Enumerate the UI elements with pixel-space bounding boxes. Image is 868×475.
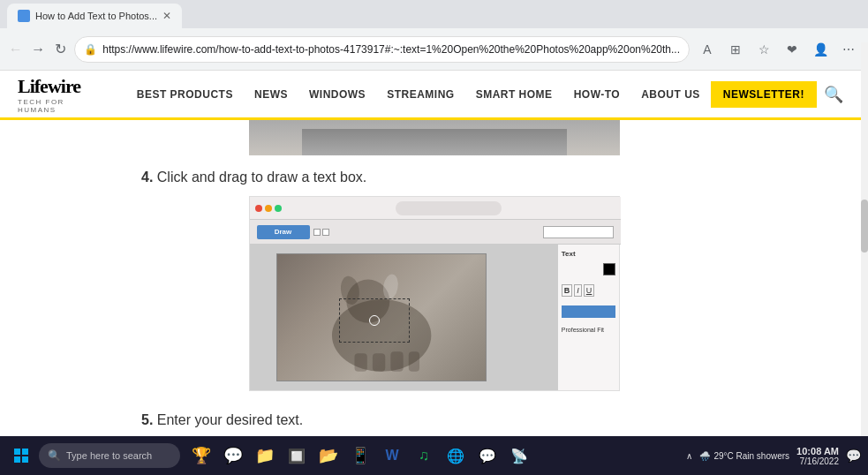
step-5-text: Enter your desired text. — [157, 412, 303, 427]
address-bar[interactable]: 🔒 https://www.lifewire.com/how-to-add-te… — [74, 36, 690, 63]
start-button[interactable] — [7, 441, 35, 470]
browser-chrome: ← → ↻ 🔒 https://www.lifewire.com/how-to-… — [0, 28, 868, 71]
step-4-number: 4. — [141, 170, 153, 185]
site-header: Lifewire TECH FOR HUMANS BEST PRODUCTS N… — [0, 71, 868, 120]
content-wrapper: 4. Click and drag to draw a text box. — [141, 120, 727, 436]
nav-best-products[interactable]: BEST PRODUCTS — [126, 88, 244, 101]
svg-rect-6 — [390, 351, 403, 371]
more-btn[interactable]: ⋯ — [836, 37, 861, 62]
taskbar-app-teams[interactable]: 💬 — [473, 441, 502, 470]
page-content: 4. Click and drag to draw a text box. — [0, 120, 868, 436]
taskbar-apps: 🏆 💬 📁 🔲 📂 📱 W ♫ 🌐 💬 📡 — [187, 441, 533, 470]
nav-smart-home[interactable]: SMART HOME — [465, 88, 563, 101]
step-5-label: 5. Enter your desired text. — [141, 412, 727, 428]
app-toolbar: Draw — [250, 220, 621, 245]
taskbar-right: ∧ 🌧️ 29°C Rain showers 10:08 AM 7/16/202… — [686, 446, 861, 466]
weather-info: 🌧️ 29°C Rain showers — [699, 451, 789, 461]
date-display: 7/16/2022 — [796, 456, 839, 466]
weather-icon: 🌧️ — [699, 451, 710, 461]
favorites-btn[interactable]: ☆ — [751, 37, 776, 62]
taskbar-search-icon: 🔍 — [48, 449, 61, 462]
scrollbar-thumb[interactable] — [861, 200, 868, 253]
time-info: 10:08 AM 7/16/2022 — [796, 446, 839, 466]
collections-btn[interactable]: ❤ — [780, 37, 804, 62]
taskbar-app-spotify[interactable]: ♫ — [410, 441, 438, 470]
step-4-screenshot: Draw — [249, 196, 620, 391]
taskbar-app-word[interactable]: W — [378, 441, 406, 470]
scrollbar[interactable] — [861, 42, 868, 436]
nav-news[interactable]: NEWS — [244, 88, 298, 101]
lock-icon: 🔒 — [84, 43, 97, 56]
taskbar-app-store[interactable]: 📱 — [346, 441, 374, 470]
logo-area[interactable]: Lifewire TECH FOR HUMANS — [18, 75, 105, 114]
profile-btn[interactable]: 👤 — [808, 37, 833, 62]
reader-mode-btn[interactable]: A — [695, 37, 720, 62]
taskbar-app-chrome[interactable]: 🌐 — [442, 441, 470, 470]
notification-icon[interactable]: 💬 — [846, 449, 861, 463]
browser-actions: A ⊞ ☆ ❤ 👤 ⋯ — [695, 37, 861, 62]
taskbar-app-chat[interactable]: 💬 — [219, 441, 247, 470]
nav-about-us[interactable]: ABOUT US — [630, 88, 711, 101]
weather-text: 29°C Rain showers — [713, 451, 789, 461]
svg-rect-9 — [22, 449, 28, 455]
logo-tagline: TECH FOR HUMANS — [18, 98, 105, 114]
nav-streaming[interactable]: STREAMING — [376, 88, 465, 101]
tab-favicon — [18, 10, 30, 22]
taskbar-app-widget[interactable]: 🔲 — [283, 441, 311, 470]
app-right-panel: Text B I U Professional Fit — [557, 245, 619, 390]
app-canvas — [250, 245, 557, 390]
back-button[interactable]: ← — [7, 37, 24, 62]
refresh-button[interactable]: ↻ — [52, 37, 69, 62]
logo-text: Lifewire — [18, 75, 105, 98]
time-display: 10:08 AM — [796, 446, 839, 456]
taskbar: 🔍 Type here to search 🏆 💬 📁 🔲 📂 📱 W ♫ 🌐 … — [0, 436, 868, 475]
newsletter-button[interactable]: NEWSLETTER! — [711, 81, 817, 108]
main-nav: BEST PRODUCTS NEWS WINDOWS STREAMING SMA… — [126, 88, 711, 101]
nav-windows[interactable]: WINDOWS — [298, 88, 376, 101]
forward-button[interactable]: → — [29, 37, 46, 62]
step-5-number: 5. — [141, 412, 153, 427]
step-4-text: Click and drag to draw a text box. — [157, 170, 366, 185]
svg-rect-7 — [408, 351, 419, 371]
svg-rect-8 — [14, 449, 20, 455]
tab-close-btn[interactable]: ✕ — [162, 10, 171, 22]
app-chrome — [250, 197, 621, 220]
taskbar-app-folder[interactable]: 📂 — [314, 441, 343, 470]
taskbar-search-text: Type here to search — [66, 450, 152, 461]
svg-rect-11 — [22, 456, 28, 463]
taskbar-app-explorer[interactable]: 📁 — [251, 441, 279, 470]
sys-icons: ∧ — [686, 451, 692, 461]
nav-how-to[interactable]: HOW-TO — [563, 88, 631, 101]
browser-tab[interactable]: How to Add Text to Photos... ✕ — [7, 4, 182, 28]
taskbar-app-other[interactable]: 📡 — [505, 441, 533, 470]
step-4-label: 4. Click and drag to draw a text box. — [141, 170, 727, 185]
taskbar-app-trophy[interactable]: 🏆 — [187, 441, 215, 470]
svg-rect-5 — [372, 353, 384, 371]
browser-tabs-bar: How to Add Text to Photos... ✕ — [0, 0, 868, 28]
tab-title: How to Add Text to Photos... — [35, 11, 157, 21]
url-text: https://www.lifewire.com/how-to-add-text… — [102, 43, 680, 56]
browser-ext-btn[interactable]: ⊞ — [723, 37, 748, 62]
svg-rect-4 — [354, 353, 366, 371]
search-button[interactable]: 🔍 — [817, 85, 850, 104]
svg-rect-10 — [14, 456, 20, 463]
app-main: Text B I U Professional Fit — [250, 245, 619, 390]
taskbar-search[interactable]: 🔍 Type here to search — [39, 443, 180, 468]
chevron-up-icon[interactable]: ∧ — [686, 451, 692, 461]
step-4-container: 4. Click and drag to draw a text box. — [141, 155, 727, 405]
step-5-container: 5. Enter your desired text. — [141, 405, 727, 436]
